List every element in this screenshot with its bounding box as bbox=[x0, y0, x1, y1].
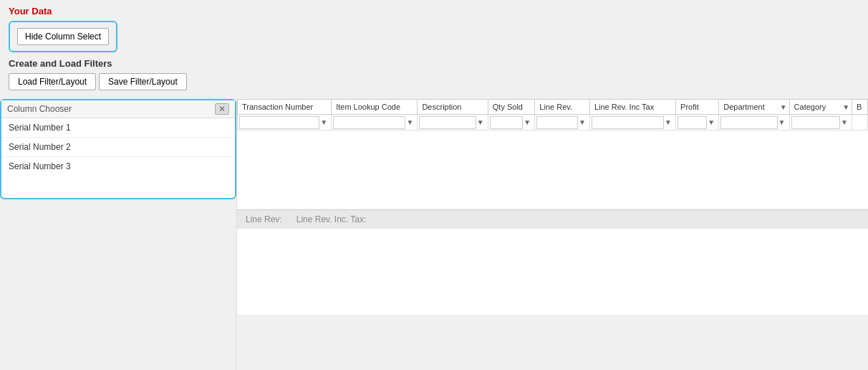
filter-input-category[interactable] bbox=[791, 116, 840, 129]
filter-funnel-icon-description[interactable]: ▼ bbox=[477, 118, 484, 126]
filter-input-line-rev[interactable] bbox=[536, 116, 578, 129]
bottom-area bbox=[0, 315, 868, 370]
filter-funnel-icon-category[interactable]: ▼ bbox=[841, 118, 848, 126]
filter-cell-qty-sold: ▼ bbox=[488, 115, 535, 131]
filter-input-line-rev-inc-tax[interactable] bbox=[592, 116, 664, 129]
filter-input-profit[interactable] bbox=[677, 116, 707, 129]
filter-input-description[interactable] bbox=[419, 116, 476, 129]
column-chooser-items: Serial Number 1 Serial Number 2 Serial N… bbox=[1, 118, 235, 176]
filter-input-item-lookup[interactable] bbox=[333, 116, 405, 129]
column-chooser-item: Serial Number 1 bbox=[1, 118, 235, 138]
page-wrapper: Your Data Hide Column Select Create and … bbox=[0, 0, 868, 370]
category-dropdown-icon[interactable]: ▼ bbox=[842, 103, 849, 111]
filter-cell-item-lookup: ▼ bbox=[332, 115, 418, 131]
filter-funnel-icon-line-rev-inc-tax[interactable]: ▼ bbox=[665, 118, 672, 126]
hide-column-select-button[interactable]: Hide Column Select bbox=[17, 28, 109, 45]
col-b: B bbox=[852, 100, 868, 115]
col-line-rev: Line Rev. bbox=[535, 100, 590, 115]
column-chooser-item: Serial Number 2 bbox=[1, 138, 235, 157]
col-category: Category ▼ bbox=[789, 100, 852, 115]
filter-cell-line-rev: ▼ bbox=[535, 115, 590, 131]
filter-cell-profit: ▼ bbox=[676, 115, 719, 131]
filter-cell-transaction: ▼ bbox=[238, 115, 332, 131]
filter-funnel-icon-line-rev[interactable]: ▼ bbox=[579, 118, 586, 126]
filter-buttons: Load Filter/Layout Save Filter/Layout bbox=[9, 73, 859, 90]
column-chooser-close-button[interactable]: ✕ bbox=[215, 103, 229, 115]
col-line-rev-inc-tax: Line Rev. Inc Tax bbox=[589, 100, 675, 115]
filter-row: ▼ ▼ ▼ bbox=[238, 115, 868, 131]
column-chooser-wrapper: Column Chooser ✕ Serial Number 1 Serial … bbox=[0, 99, 236, 315]
filter-funnel-icon-profit[interactable]: ▼ bbox=[708, 118, 715, 126]
col-qty-sold: Qty Sold bbox=[488, 100, 535, 115]
your-data-title: Your Data bbox=[9, 6, 859, 16]
filter-funnel-icon-qty-sold[interactable]: ▼ bbox=[524, 118, 531, 126]
save-filter-layout-button[interactable]: Save Filter/Layout bbox=[99, 73, 187, 90]
data-table: Transaction Number Item Lookup Code Desc… bbox=[237, 99, 868, 131]
filter-cell-line-rev-inc-tax: ▼ bbox=[589, 115, 675, 131]
empty-data-area bbox=[237, 131, 868, 209]
filter-input-qty-sold[interactable] bbox=[490, 116, 524, 129]
filter-cell-b bbox=[852, 115, 868, 131]
table-area: Transaction Number Item Lookup Code Desc… bbox=[236, 99, 868, 315]
column-chooser-item: Serial Number 3 bbox=[1, 157, 235, 176]
filter-cell-category: ▼ bbox=[789, 115, 852, 131]
filter-cell-description: ▼ bbox=[418, 115, 488, 131]
col-transaction-number: Transaction Number bbox=[238, 100, 332, 115]
col-profit: Profit bbox=[676, 100, 719, 115]
filter-funnel-icon-department[interactable]: ▼ bbox=[778, 118, 786, 126]
main-area: Column Chooser ✕ Serial Number 1 Serial … bbox=[0, 99, 868, 315]
department-dropdown-icon[interactable]: ▼ bbox=[780, 103, 787, 111]
filters-title: Create and Load Filters bbox=[9, 58, 859, 69]
table-header-row: Transaction Number Item Lookup Code Desc… bbox=[238, 100, 868, 115]
left-panel bbox=[0, 315, 236, 370]
your-data-section: Your Data Hide Column Select Create and … bbox=[0, 0, 868, 99]
summary-line-rev: Line Rev: bbox=[246, 214, 282, 224]
column-chooser-box: Column Chooser ✕ Serial Number 1 Serial … bbox=[0, 99, 236, 199]
summary-row: Line Rev: Line Rev. Inc. Tax: bbox=[237, 209, 868, 229]
filter-input-department[interactable] bbox=[720, 116, 777, 129]
filter-funnel-icon-transaction[interactable]: ▼ bbox=[320, 118, 327, 126]
col-department: Department ▼ bbox=[719, 100, 789, 115]
col-description: Description bbox=[418, 100, 488, 115]
filter-funnel-icon-item-lookup[interactable]: ▼ bbox=[406, 118, 413, 126]
filter-cell-department: ▼ bbox=[719, 115, 789, 131]
col-item-lookup-code: Item Lookup Code bbox=[332, 100, 418, 115]
filter-input-transaction[interactable] bbox=[239, 116, 319, 129]
column-chooser-title: Column Chooser bbox=[7, 104, 72, 114]
bottom-empty-area bbox=[237, 229, 868, 315]
column-chooser-header: Column Chooser ✕ bbox=[1, 100, 235, 118]
load-filter-layout-button[interactable]: Load Filter/Layout bbox=[9, 73, 96, 90]
column-select-box: Hide Column Select bbox=[9, 21, 117, 52]
summary-line-rev-inc-tax: Line Rev. Inc. Tax: bbox=[296, 214, 367, 224]
